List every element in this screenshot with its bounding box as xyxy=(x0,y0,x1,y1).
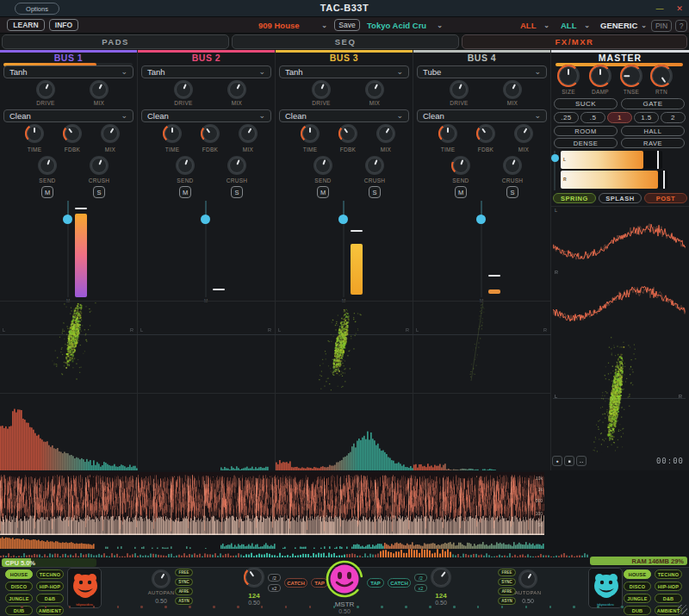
smiley-master-button[interactable] xyxy=(326,560,363,598)
filter-b-select[interactable]: ALL⌄ xyxy=(557,19,593,32)
solo-button[interactable]: S xyxy=(93,186,105,198)
genre-techno-button[interactable]: TECHNO xyxy=(655,569,682,579)
free-button[interactable]: FREE xyxy=(175,569,193,576)
learn-button[interactable]: LEARN xyxy=(7,19,45,31)
autopan-knob-right[interactable] xyxy=(518,569,537,588)
crush-knob[interactable] xyxy=(365,156,384,175)
gate-button[interactable]: GATE xyxy=(621,98,685,109)
filter-a-select[interactable]: ALL⌄ xyxy=(517,19,553,32)
delay-mix-knob[interactable] xyxy=(101,124,120,143)
rate-1-button[interactable]: 1 xyxy=(607,112,632,123)
crush-knob[interactable] xyxy=(90,156,109,175)
room-button[interactable]: ROOM xyxy=(554,126,618,136)
mix-knob[interactable] xyxy=(365,80,384,99)
sync-button[interactable]: SYNC xyxy=(175,578,193,586)
drive-knob[interactable] xyxy=(174,80,193,99)
more-button[interactable]: ‥ xyxy=(576,456,587,466)
fdbk-knob[interactable] xyxy=(63,124,82,143)
genre-dnb-button[interactable]: D&B xyxy=(36,594,64,603)
delay-select[interactable]: Clean ⌄ xyxy=(141,109,271,122)
info-button[interactable]: INFO xyxy=(49,19,78,31)
time-knob[interactable] xyxy=(301,124,320,143)
fader-handle[interactable] xyxy=(338,215,348,224)
reverb-fader-handle[interactable] xyxy=(551,154,559,162)
genre-jungle-button[interactable]: JUNGLE xyxy=(5,594,33,603)
drive-knob[interactable] xyxy=(450,80,469,99)
distortion-select[interactable]: Tanh ⌄ xyxy=(141,65,271,78)
mute-button[interactable]: M xyxy=(317,186,329,198)
free-button[interactable]: FREE xyxy=(498,569,516,576)
mix-knob[interactable] xyxy=(503,80,522,99)
catch-button-right[interactable]: CATCH xyxy=(388,578,411,588)
distortion-select[interactable]: Tube ⌄ xyxy=(417,65,547,78)
dense-button[interactable]: DENSE xyxy=(554,138,618,148)
resize-handle[interactable] xyxy=(678,605,687,614)
drive-knob[interactable] xyxy=(312,80,331,99)
damp-knob[interactable] xyxy=(589,65,611,87)
solo-button[interactable]: S xyxy=(369,186,381,198)
genre-hiphop-button[interactable]: HIP-HOP xyxy=(36,582,64,591)
delay-select[interactable]: Clean ⌄ xyxy=(279,109,409,122)
delay-select[interactable]: Clean ⌄ xyxy=(417,109,547,122)
tab-fx-mxr[interactable]: FX/MXR xyxy=(462,34,687,49)
genre-dub-button[interactable]: DUB xyxy=(624,606,651,615)
div2-button-right[interactable]: /2 xyxy=(414,574,427,582)
fdbk-knob[interactable] xyxy=(476,124,495,143)
save-button[interactable]: Save xyxy=(334,19,360,31)
tempo-knob-right[interactable] xyxy=(431,567,451,588)
mute-button[interactable]: M xyxy=(41,186,53,198)
tnse-knob[interactable] xyxy=(620,65,642,87)
sync-button[interactable]: SYNC xyxy=(498,578,516,586)
fdbk-knob[interactable] xyxy=(338,124,357,143)
mute-button[interactable]: M xyxy=(455,186,467,198)
mix-knob[interactable] xyxy=(227,80,246,99)
rate-025-button[interactable]: .25 xyxy=(554,112,579,123)
genre-hiphop-button[interactable]: HIP-HOP xyxy=(655,582,682,591)
suck-button[interactable]: SUCK xyxy=(554,98,618,109)
autopan-knob-left[interactable] xyxy=(152,569,171,588)
send-knob[interactable] xyxy=(313,156,332,175)
delay-mix-knob[interactable] xyxy=(514,124,533,143)
crush-knob[interactable] xyxy=(227,156,246,175)
time-knob[interactable] xyxy=(438,124,457,143)
record-button[interactable]: ● xyxy=(552,456,562,466)
pin-button[interactable]: PIN xyxy=(651,20,672,32)
drive-knob[interactable] xyxy=(36,80,55,99)
fader-handle[interactable] xyxy=(476,215,486,224)
help-button[interactable]: ? xyxy=(675,20,687,32)
delay-mix-knob[interactable] xyxy=(376,124,395,143)
fdbk-knob[interactable] xyxy=(201,124,220,143)
mul2-button-right[interactable]: x2 xyxy=(414,584,427,592)
splash-button[interactable]: SPLASH xyxy=(599,193,642,203)
fader-handle[interactable] xyxy=(63,215,72,224)
size-knob[interactable] xyxy=(557,65,580,87)
tap-button-right[interactable]: TAP xyxy=(367,578,384,588)
genre-house-button[interactable]: HOUSE xyxy=(624,569,651,579)
stop-button[interactable]: ■ xyxy=(564,456,574,466)
spring-button[interactable]: SPRING xyxy=(553,193,596,203)
send-knob[interactable] xyxy=(451,156,470,175)
send-knob[interactable] xyxy=(38,156,57,175)
rate-2-button[interactable]: 2 xyxy=(661,112,686,123)
genre-techno-button[interactable]: TECHNO xyxy=(36,569,64,579)
catch-button-left[interactable]: CATCH xyxy=(284,578,307,588)
genre-house-button[interactable]: HOUSE xyxy=(5,569,33,579)
delay-select[interactable]: Clean ⌄ xyxy=(3,109,133,122)
genre-disco-button[interactable]: DISCO xyxy=(5,582,33,591)
crush-knob[interactable] xyxy=(503,156,522,175)
post-button[interactable]: POST xyxy=(644,193,687,203)
genre-disco-button[interactable]: DISCO xyxy=(624,582,651,591)
distortion-select[interactable]: Tanh ⌄ xyxy=(3,65,133,78)
rate-05-button[interactable]: .5 xyxy=(580,112,605,123)
tab-seq[interactable]: SEQ xyxy=(232,34,459,49)
genre-dnb-button[interactable]: D&B xyxy=(655,594,682,603)
delay-mix-knob[interactable] xyxy=(239,124,258,143)
send-knob[interactable] xyxy=(176,156,195,175)
solo-button[interactable]: S xyxy=(231,186,243,198)
solo-button[interactable]: S xyxy=(506,186,518,198)
mul2-button-left[interactable]: x2 xyxy=(268,584,281,592)
tab-pads[interactable]: PADS xyxy=(2,34,229,49)
fader-handle[interactable] xyxy=(201,215,210,224)
div2-button-left[interactable]: /2 xyxy=(268,574,281,582)
time-knob[interactable] xyxy=(163,124,182,143)
